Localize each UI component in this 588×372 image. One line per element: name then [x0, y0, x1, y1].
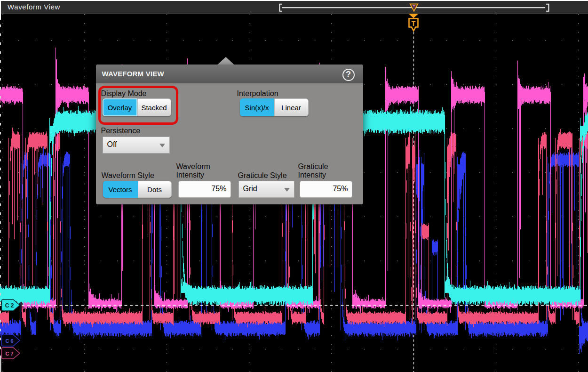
svg-text:C 7: C 7: [5, 351, 13, 356]
svg-text:C 2: C 2: [5, 302, 14, 309]
svg-text:C 6: C 6: [5, 338, 13, 344]
svg-text:T: T: [412, 20, 416, 27]
svg-text:T: T: [413, 4, 415, 9]
